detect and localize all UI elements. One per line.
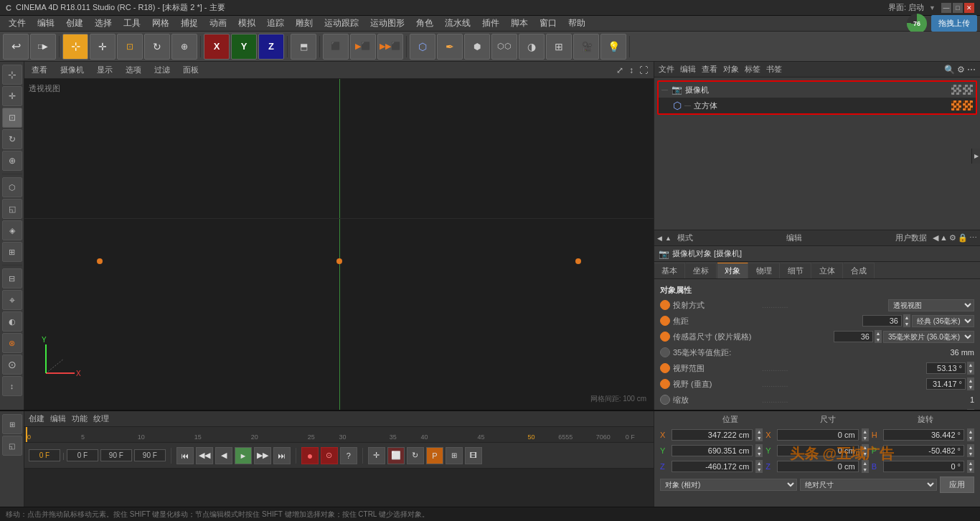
prop-sensor-preset[interactable]: 35毫米胶片 (36.0毫米) <box>883 331 974 343</box>
sidebar-icon-10[interactable]: ⊟ <box>2 268 22 288</box>
size-mode-select[interactable]: 绝对尺寸 <box>800 479 937 491</box>
axis-x-button[interactable]: X <box>204 34 230 60</box>
sidebar-icon-6[interactable]: ⬡ <box>2 177 22 197</box>
tab-compose[interactable]: 合成 <box>844 263 875 278</box>
fov-v-spin-up[interactable]: ▲ <box>967 377 974 384</box>
sidebar-icon-7[interactable]: ◱ <box>2 199 22 219</box>
br-up[interactable]: ▲ <box>967 460 974 466</box>
menu-help[interactable]: 帮助 <box>562 16 591 31</box>
end-frame-input1[interactable] <box>100 449 132 461</box>
obj-search-icon[interactable]: 🔍 <box>944 65 955 75</box>
props-tb-icon2[interactable]: ▲ <box>940 233 948 243</box>
menu-simulate[interactable]: 模拟 <box>232 16 261 31</box>
sensor-spin-down[interactable]: ▼ <box>875 337 882 343</box>
tl-tab-edit[interactable]: 编辑 <box>50 413 66 424</box>
film-h-spin-up[interactable]: ▲ <box>967 409 974 410</box>
pen-button[interactable]: ✒ <box>437 34 463 60</box>
menu-mesh[interactable]: 网格 <box>146 16 175 31</box>
obj-more-icon[interactable]: ⋯ <box>967 65 976 75</box>
tab-detail[interactable]: 细节 <box>781 263 811 278</box>
obj-menu-tag[interactable]: 标签 <box>745 64 760 75</box>
focal-spin-down[interactable]: ▼ <box>903 321 910 327</box>
prop-focal-preset[interactable]: 经典 (36毫米) <box>912 315 974 327</box>
sidebar-icon-13[interactable]: ⊗ <box>2 333 22 353</box>
scale-tool[interactable]: ⊡ <box>117 34 143 60</box>
pr-up[interactable]: ▲ <box>967 444 974 451</box>
tl-tab-texture[interactable]: 纹理 <box>93 413 109 424</box>
prop-value-projection[interactable]: 透视视图 <box>888 299 974 311</box>
sidebar-icon-1[interactable]: ⊹ <box>2 65 22 85</box>
sidebar-icon-12[interactable]: ◐ <box>2 311 22 332</box>
xp-down[interactable]: ▼ <box>755 435 763 441</box>
sidebar-icon-15[interactable]: ↕ <box>2 376 22 396</box>
br-down[interactable]: ▼ <box>967 466 974 473</box>
menu-sculpt[interactable]: 雕刻 <box>290 16 319 31</box>
menu-pipeline[interactable]: 流水线 <box>439 16 476 31</box>
obj-menu-edit[interactable]: 编辑 <box>680 64 696 75</box>
props-tb-icon5[interactable]: ⋯ <box>969 233 977 243</box>
tl-tab-function[interactable]: 功能 <box>72 413 88 424</box>
focal-spin-up[interactable]: ▲ <box>903 314 910 321</box>
vp-menu-options[interactable]: 选项 <box>123 65 144 75</box>
edge-button[interactable]: ⬢ <box>464 34 490 60</box>
tl-prev-frame[interactable]: ◀◀ <box>196 447 213 464</box>
sidebar-icon-5[interactable]: ⊕ <box>2 151 22 171</box>
tl-help[interactable]: ? <box>340 447 357 464</box>
tl-minus[interactable]: ⬜ <box>387 447 405 464</box>
lower-side-icon1[interactable]: ⊞ <box>2 414 22 434</box>
coord-space-select[interactable]: 对象 (相对) <box>660 479 797 491</box>
tl-rotate[interactable]: ↻ <box>407 447 424 464</box>
menu-plugins[interactable]: 插件 <box>476 16 505 31</box>
sidebar-icon-8[interactable]: ◈ <box>2 220 22 240</box>
sidebar-icon-2[interactable]: ✛ <box>2 86 22 106</box>
tl-record[interactable]: ● <box>301 447 319 464</box>
tl-goto-end[interactable]: ⏭ <box>273 447 291 464</box>
props-tb-icon4[interactable]: 🔒 <box>958 233 968 243</box>
undo-button[interactable]: ↩ <box>3 34 29 60</box>
obj-menu-view[interactable]: 查看 <box>702 64 717 75</box>
vp-icon-zoom[interactable]: ↕ <box>628 65 635 75</box>
menu-create[interactable]: 创建 <box>60 16 89 31</box>
menu-window[interactable]: 窗口 <box>534 16 562 31</box>
sidebar-icon-9[interactable]: ⊞ <box>2 242 22 262</box>
ys-up[interactable]: ▲ <box>862 444 869 451</box>
tl-plus[interactable]: ✛ <box>368 447 385 464</box>
vp-menu-camera[interactable]: 摄像机 <box>57 65 87 75</box>
vp-menu-filter[interactable]: 过滤 <box>151 65 173 75</box>
sidebar-icon-4[interactable]: ↻ <box>2 129 22 149</box>
render-all-button[interactable]: ▶▶⬛ <box>377 34 403 60</box>
ys-down[interactable]: ▼ <box>862 451 869 457</box>
coord-system-button[interactable]: ⬒ <box>291 34 316 60</box>
maximize-button[interactable]: □ <box>953 3 963 13</box>
poly-button[interactable]: ⬡⬡ <box>491 34 517 60</box>
lower-side-icon2[interactable]: ◱ <box>2 436 22 456</box>
vp-menu-panel[interactable]: 面板 <box>180 65 202 75</box>
zs-down[interactable]: ▼ <box>862 466 869 473</box>
props-tb-icon3[interactable]: ⚙ <box>949 233 956 243</box>
close-button[interactable]: ✕ <box>964 3 974 13</box>
tl-park[interactable]: P <box>426 447 443 464</box>
sidebar-icon-14[interactable]: ⊙ <box>2 355 22 375</box>
fov-spin-down[interactable]: ▼ <box>967 368 974 375</box>
fov-spin-up[interactable]: ▲ <box>967 362 974 368</box>
menu-snap[interactable]: 捕捉 <box>175 16 204 31</box>
tl-prev[interactable]: ◀ <box>215 447 232 464</box>
yp-down[interactable]: ▼ <box>755 451 763 457</box>
tab-coords[interactable]: 坐标 <box>686 263 717 278</box>
upload-button[interactable]: 拖拽上传 <box>931 15 977 32</box>
vp-menu-display[interactable]: 显示 <box>94 65 116 75</box>
hr-up[interactable]: ▲ <box>967 428 974 435</box>
render-region-button[interactable]: ⬛ <box>323 34 349 60</box>
xp-up[interactable]: ▲ <box>755 428 763 435</box>
zp-up[interactable]: ▲ <box>755 460 763 466</box>
tl-tab-create[interactable]: 创建 <box>29 413 44 424</box>
obj-menu-file[interactable]: 文件 <box>659 64 674 75</box>
vp-icon-fullscreen[interactable]: ⛶ <box>638 65 649 75</box>
menu-motion-track[interactable]: 运动跟踪 <box>319 16 364 31</box>
tl-grid[interactable]: ⊞ <box>446 447 463 464</box>
yp-up[interactable]: ▲ <box>755 444 763 451</box>
vp-icon-move[interactable]: ⤢ <box>615 65 625 75</box>
hr-down[interactable]: ▼ <box>967 435 974 441</box>
select-live-button[interactable]: □▶ <box>30 34 56 60</box>
menu-select[interactable]: 选择 <box>89 16 118 31</box>
